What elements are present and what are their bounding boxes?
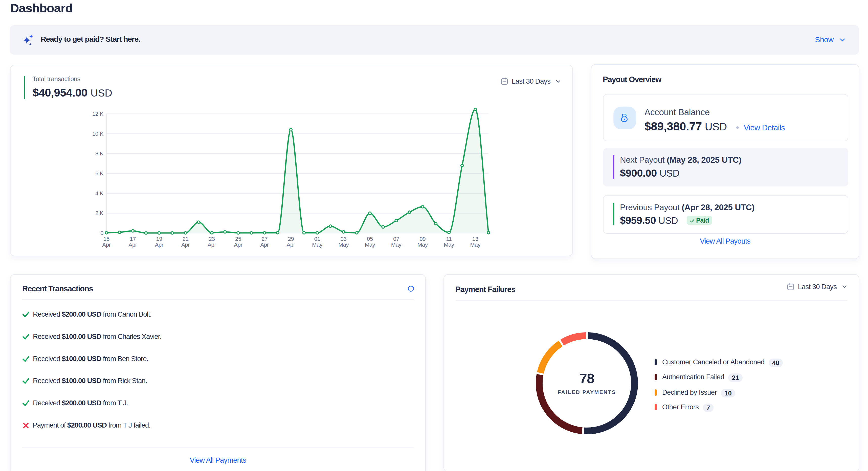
svg-text:11: 11 [446,236,452,242]
svg-text:6 K: 6 K [95,170,104,177]
svg-text:07: 07 [393,236,399,242]
svg-text:03: 03 [341,236,347,242]
svg-text:FAILED PAYMENTS: FAILED PAYMENTS [558,389,616,395]
svg-text:29: 29 [288,236,294,242]
svg-text:8 K: 8 K [95,150,104,157]
svg-text:May: May [470,242,480,248]
svg-text:09: 09 [420,236,426,242]
svg-text:19: 19 [156,236,162,242]
svg-text:2 K: 2 K [95,210,104,216]
svg-text:13: 13 [472,236,478,242]
svg-text:Apr: Apr [181,242,190,248]
svg-text:May: May [417,242,428,248]
svg-text:Apr: Apr [234,242,242,248]
svg-text:17: 17 [130,236,136,242]
svg-text:21: 21 [183,236,189,242]
svg-text:25: 25 [235,236,241,242]
svg-text:10 K: 10 K [92,131,104,137]
svg-text:01: 01 [314,236,320,242]
svg-text:12 K: 12 K [92,111,104,117]
svg-text:May: May [338,242,349,248]
svg-text:27: 27 [261,236,268,242]
svg-text:Apr: Apr [129,242,137,248]
svg-text:Apr: Apr [260,242,269,248]
svg-text:Apr: Apr [208,242,216,248]
svg-text:May: May [365,242,375,248]
svg-text:May: May [444,242,454,248]
svg-text:Apr: Apr [287,242,295,248]
svg-text:78: 78 [580,371,594,386]
svg-text:4 K: 4 K [95,190,104,197]
svg-text:23: 23 [209,236,215,242]
svg-text:15: 15 [103,236,110,242]
svg-text:Apr: Apr [102,242,111,248]
svg-text:May: May [312,242,322,248]
svg-text:Apr: Apr [155,242,163,248]
svg-text:May: May [391,242,402,248]
svg-text:05: 05 [367,236,373,242]
svg-text:0: 0 [100,230,103,236]
